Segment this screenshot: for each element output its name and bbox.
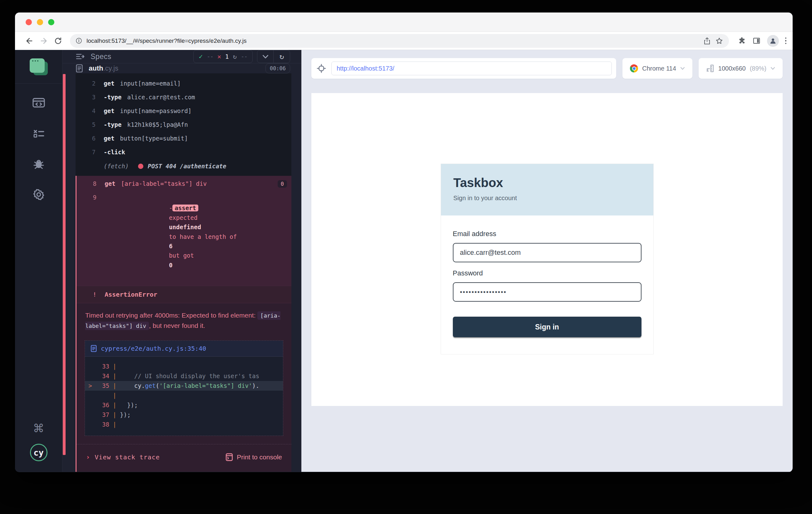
profile-avatar[interactable]: [767, 35, 779, 47]
reporter-actions: ↻: [257, 50, 290, 63]
failed-assert-row[interactable]: 9 -assert expected undefined to have a l…: [77, 191, 291, 283]
console-icon: [226, 453, 233, 461]
command-number: 8: [77, 180, 96, 187]
site-info-icon[interactable]: [76, 37, 82, 44]
error-message-text: Timed out retrying after 4000ms: Expecte…: [85, 312, 256, 319]
close-window-button[interactable]: [26, 19, 32, 25]
aut-url-input[interactable]: [331, 61, 612, 75]
pending-count: --: [241, 53, 248, 60]
code-frame-file-link[interactable]: cypress/e2e/auth.cy.js:35:40: [101, 345, 206, 352]
specs-menu-icon[interactable]: [76, 53, 85, 60]
command-row[interactable]: 4 getinput[name=password]: [76, 104, 291, 118]
sign-in-button[interactable]: Sign in: [453, 317, 641, 337]
taskbox-title: Taskbox: [454, 176, 641, 190]
error-panel: ! AssertionError Timed out retrying afte…: [77, 286, 291, 472]
collapse-all-button[interactable]: [257, 50, 273, 63]
reporter-header: Specs ✓ -- ✕ 1 ↻ -- ↻: [62, 50, 301, 63]
code-line-number: 33: [95, 362, 109, 371]
failed-command-row[interactable]: 8 get[aria-label="tasks"] div 0: [77, 177, 291, 191]
code-line-number: 36: [95, 400, 109, 410]
forward-button[interactable]: [37, 35, 50, 47]
command-row[interactable]: 3 -typealice.carr@test.com: [76, 90, 291, 104]
extensions-icon[interactable]: [738, 36, 746, 45]
print-to-console-button[interactable]: Print to console: [226, 453, 282, 461]
browser-menu-button[interactable]: [785, 37, 787, 44]
minimize-window-button[interactable]: [37, 19, 43, 25]
view-stack-trace-link[interactable]: › View stack trace: [86, 453, 160, 461]
passed-count: --: [207, 53, 213, 60]
code-line-number: 34: [95, 371, 109, 381]
rerun-tests-button[interactable]: ↻: [273, 50, 290, 63]
error-header[interactable]: ! AssertionError: [77, 286, 291, 303]
browser-toolbar: localhost:5173/__/#/specs/runner?file=cy…: [15, 32, 793, 50]
checklist-icon: [32, 128, 45, 139]
aut-panel: Chrome 114 1000x660 (89%) Taskbox Sign i…: [301, 50, 793, 472]
command-message: alice.carr@test.com: [127, 94, 195, 101]
sidebar-item-settings[interactable]: [32, 188, 46, 202]
browser-code-icon: [32, 97, 45, 108]
browser-selector[interactable]: Chrome 114: [622, 58, 692, 79]
network-type: (fetch): [104, 163, 129, 170]
cypress-sidebar: ⌘ cy: [15, 50, 62, 472]
ruler-icon: [706, 64, 714, 73]
reload-button[interactable]: [52, 35, 64, 47]
command-row[interactable]: 2 getinput[name=email]: [76, 77, 291, 90]
chevron-down-icon: [262, 55, 268, 59]
back-button[interactable]: [23, 35, 36, 47]
reload-icon: [55, 38, 61, 44]
bug-icon: [32, 158, 45, 170]
signin-form: Email address Password Sign in: [441, 216, 654, 354]
command-row[interactable]: 7 -click: [76, 145, 291, 159]
titlebar: [15, 12, 793, 32]
command-name: get: [104, 80, 114, 87]
spec-ext: .cy.js: [103, 64, 118, 72]
sidebar-item-debug[interactable]: [32, 157, 46, 171]
viewport-selector[interactable]: 1000x660 (89%): [699, 58, 783, 79]
code-line-number: 38: [95, 420, 109, 429]
aut-url-container: [311, 58, 616, 79]
test-stats[interactable]: ✓ -- ✕ 1 ↻ --: [193, 50, 253, 63]
url-text[interactable]: localhost:5173/__/#/specs/runner?file=cy…: [87, 37, 699, 44]
code-line: // UI should display the user's tas: [120, 371, 259, 381]
spec-row[interactable]: auth.cy.js 00:06: [62, 63, 301, 74]
spec-duration-badge: 00:06: [265, 63, 290, 74]
command-number: 9: [77, 194, 96, 201]
sidebar-item-specs[interactable]: [32, 95, 46, 110]
network-message: POST 404 /authenticate: [148, 163, 226, 170]
failed-request-dot-icon: [138, 164, 143, 169]
share-icon[interactable]: [703, 37, 711, 45]
bookmark-star-icon[interactable]: [715, 37, 723, 45]
cypress-logo[interactable]: cy: [30, 444, 48, 461]
command-row[interactable]: 6 getbutton[type=submit]: [76, 132, 291, 145]
chevron-down-icon: [680, 67, 685, 70]
command-name: -click: [104, 149, 125, 155]
command-number: 5: [76, 121, 95, 128]
assert-value: 0: [169, 262, 172, 268]
command-number: 4: [76, 108, 95, 114]
taskbox-subtitle: Sign in to your account: [454, 195, 641, 202]
address-bar[interactable]: localhost:5173/__/#/specs/runner?file=cy…: [70, 34, 729, 48]
assert-badge: assert: [172, 204, 198, 211]
email-label: Email address: [453, 230, 641, 238]
view-stack-trace-label: View stack trace: [95, 453, 160, 461]
refresh-icon: ↻: [280, 52, 284, 61]
chrome-icon: [630, 64, 638, 73]
taskbox-header: Taskbox Sign in to your account: [441, 164, 654, 216]
back-icon: [27, 38, 32, 43]
side-panel-icon[interactable]: [752, 36, 761, 45]
password-field[interactable]: [453, 282, 641, 302]
command-list: 2 getinput[name=email] 3 -typealice.carr…: [76, 74, 291, 176]
selector-playground-button[interactable]: [311, 64, 331, 73]
code-error-arrow: >: [85, 381, 95, 391]
app-switcher[interactable]: [15, 50, 62, 84]
command-row[interactable]: 5 -typek12h1k0$5;lpa@Afn: [76, 118, 291, 132]
command-number: 7: [76, 149, 95, 155]
keyboard-shortcuts-button[interactable]: ⌘: [32, 421, 46, 436]
assert-text: to have a length of: [169, 233, 237, 240]
code-frame-header[interactable]: cypress/e2e/auth.cy.js:35:40: [85, 341, 283, 356]
zoom-window-button[interactable]: [48, 19, 54, 25]
cypress-app: ⌘ cy Specs ✓ -- ✕ 1 ↻ --: [15, 50, 793, 472]
email-field[interactable]: [453, 243, 641, 262]
sidebar-item-runs[interactable]: [32, 126, 46, 141]
network-event-row[interactable]: (fetch) POST 404 /authenticate: [76, 159, 291, 173]
